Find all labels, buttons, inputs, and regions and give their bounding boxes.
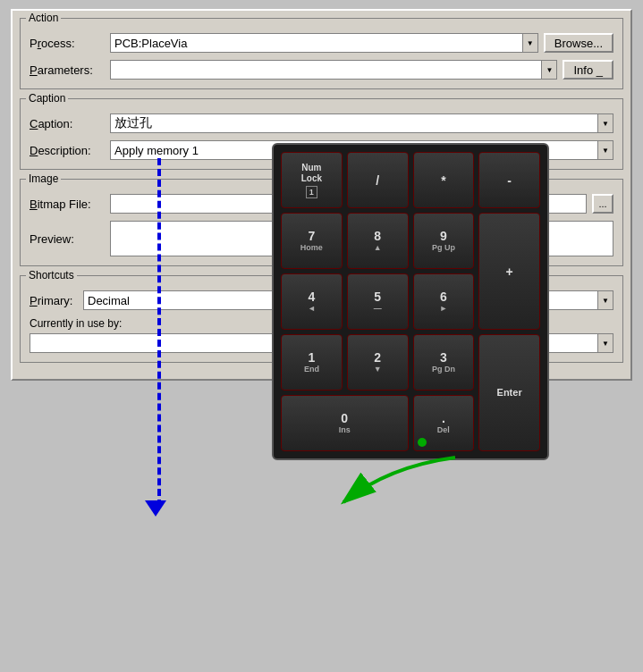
- key-decimal[interactable]: . Del: [413, 395, 475, 451]
- key-8[interactable]: 8 ▲: [347, 213, 409, 269]
- multiply-key[interactable]: *: [413, 152, 475, 208]
- key-0[interactable]: 0 Ins: [281, 395, 409, 451]
- description-dropdown-arrow[interactable]: [597, 140, 613, 160]
- divide-key[interactable]: /: [347, 152, 409, 208]
- description-label: Description:: [30, 144, 110, 157]
- caption-input[interactable]: [110, 113, 597, 133]
- parameters-label: Parameters:: [30, 63, 110, 77]
- numpad-overlay: NumLock 1 / * - 7 Home 8 ▲ 9 Pg Up +: [272, 143, 549, 460]
- key-5[interactable]: 5 —: [347, 273, 409, 330]
- decimal-indicator: [418, 438, 427, 447]
- preview-label: Preview:: [30, 232, 110, 246]
- alternative-dropdown-arrow[interactable]: [597, 290, 613, 310]
- parameters-dropdown-arrow[interactable]: [541, 60, 557, 80]
- action-section-label: Action: [26, 12, 61, 24]
- caption-combo[interactable]: [110, 113, 613, 133]
- key-6[interactable]: 6 ►: [413, 273, 475, 330]
- process-select[interactable]: PCB:PlaceVia: [110, 33, 522, 53]
- key-9[interactable]: 9 Pg Up: [413, 213, 475, 269]
- enter-key[interactable]: Enter: [478, 334, 540, 451]
- alternative-currently-arrow[interactable]: [597, 333, 613, 353]
- key-7[interactable]: 7 Home: [281, 213, 343, 269]
- action-section: Action Process: PCB:PlaceVia Browse... P…: [20, 18, 623, 89]
- caption-section-label: Caption: [26, 92, 68, 105]
- caption-dropdown-arrow[interactable]: [597, 113, 613, 133]
- process-label: Process:: [30, 37, 110, 50]
- process-dropdown-arrow[interactable]: [522, 33, 538, 53]
- image-section-label: Image: [26, 172, 61, 185]
- primary-currently-select[interactable]: [30, 333, 299, 353]
- browse-button[interactable]: Browse...: [544, 33, 613, 53]
- parameters-combo[interactable]: [110, 60, 557, 80]
- key-3[interactable]: 3 Pg Dn: [413, 334, 475, 391]
- parameters-select[interactable]: [110, 60, 541, 80]
- process-combo[interactable]: PCB:PlaceVia: [110, 33, 538, 53]
- parameters-row: Parameters: Info _: [30, 60, 613, 80]
- blue-arrow-line: [157, 158, 161, 507]
- primary-label: Primary:: [30, 294, 83, 307]
- blue-arrow-head: [145, 500, 166, 517]
- info-button[interactable]: Info _: [563, 60, 613, 80]
- caption-row: Caption:: [30, 113, 613, 133]
- shortcuts-section-label: Shortcuts: [26, 269, 77, 281]
- minus-key[interactable]: -: [478, 152, 540, 208]
- dialog-container: Action Process: PCB:PlaceVia Browse... P…: [11, 9, 632, 381]
- primary-select[interactable]: Decimal: [83, 290, 299, 310]
- key-2[interactable]: 2 ▼: [347, 334, 409, 391]
- plus-key[interactable]: +: [478, 213, 540, 330]
- process-row: Process: PCB:PlaceVia Browse...: [30, 33, 613, 53]
- bitmap-label: Bitmap File:: [30, 197, 110, 211]
- ellipsis-button[interactable]: ...: [592, 194, 613, 214]
- caption-label: Caption:: [30, 117, 110, 130]
- key-4[interactable]: 4 ◄: [281, 273, 343, 330]
- key-1[interactable]: 1 End: [281, 334, 343, 391]
- numlock-key[interactable]: NumLock 1: [281, 152, 343, 208]
